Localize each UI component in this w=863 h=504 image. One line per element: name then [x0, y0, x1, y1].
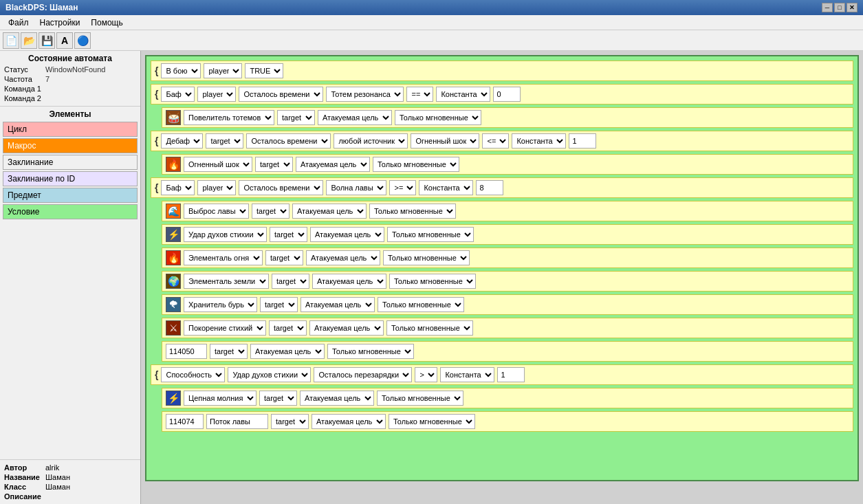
- element-cycle[interactable]: Цикл: [3, 122, 138, 137]
- block2-target[interactable]: target: [206, 133, 243, 149]
- toolbar-save[interactable]: 💾: [39, 32, 55, 49]
- storm-keeper-param1[interactable]: Атакуемая цель: [301, 297, 375, 312]
- block1-action-param2[interactable]: Только мгновенные: [395, 110, 481, 125]
- block4-chain-param1[interactable]: Атакуемая цель: [300, 391, 374, 406]
- id-action-114050-target[interactable]: target: [210, 344, 248, 359]
- menu-settings[interactable]: Настройки: [34, 17, 86, 29]
- block2-val-type[interactable]: Константа: [512, 133, 566, 149]
- block3-action-param2[interactable]: Только мгновенные: [369, 204, 456, 219]
- fire-elemental-action: 🔥 Элементаль огня target Атакуемая цель …: [162, 248, 853, 268]
- lava-flow-name[interactable]: [206, 414, 268, 429]
- block4-chain-target[interactable]: target: [259, 391, 297, 406]
- earth-elemental-spell[interactable]: Элементаль земли: [184, 274, 269, 289]
- block3-spell[interactable]: Волна лавы: [326, 180, 386, 195]
- block2-action-param1[interactable]: Атакуемая цель: [296, 157, 370, 172]
- conquest-target[interactable]: target: [269, 320, 307, 336]
- spirit-strike-spell[interactable]: Удар духов стихии: [184, 227, 267, 242]
- block4-val[interactable]: [497, 367, 525, 382]
- block1-action-param1[interactable]: Атакуемая цель: [318, 110, 392, 125]
- block3-target[interactable]: player: [197, 180, 236, 195]
- block3-param1[interactable]: Осталось времени: [239, 180, 323, 195]
- storm-keeper-param2[interactable]: Только мгновенные: [378, 297, 464, 312]
- id-action-114050-param2[interactable]: Только мгновенные: [327, 344, 414, 359]
- earth-elemental-param1[interactable]: Атакуемая цель: [312, 274, 386, 289]
- fire-shock-icon: 🔥: [166, 157, 181, 172]
- lava-flow-param2[interactable]: Только мгновенные: [389, 414, 475, 429]
- spirit-strike-param1[interactable]: Атакуемая цель: [310, 227, 384, 242]
- lava-flow-param1[interactable]: Атакуемая цель: [312, 414, 386, 429]
- toolbar-a[interactable]: A: [56, 32, 73, 49]
- block2-action-target[interactable]: target: [255, 157, 293, 172]
- close-button[interactable]: ✕: [846, 3, 857, 12]
- fire-elemental-param1[interactable]: Атакуемая цель: [306, 250, 380, 265]
- block1-param2[interactable]: Тотем резонанса: [326, 87, 404, 102]
- spirit-strike-param2[interactable]: Только мгновенные: [387, 227, 474, 242]
- block3-action-param1[interactable]: Атакуемая цель: [292, 204, 367, 219]
- block1-spell[interactable]: Повелитель тотемов: [184, 110, 274, 125]
- block4-op[interactable]: >: [415, 367, 437, 382]
- conquest-param1[interactable]: Атакуемая цель: [309, 320, 384, 336]
- block4-param1[interactable]: Осталось перезарядки: [314, 367, 412, 382]
- earth-elemental-param2[interactable]: Только мгновенные: [389, 274, 476, 289]
- element-item[interactable]: Предмет: [3, 188, 138, 203]
- status-label-freq: Частота: [4, 75, 45, 83]
- block2-param1[interactable]: Осталось времени: [246, 133, 331, 149]
- spirit-strike-action: ⚡ Удар духов стихии target Атакуемая цел…: [162, 224, 853, 245]
- block3-action-target[interactable]: target: [252, 204, 290, 219]
- block3-op[interactable]: >=: [389, 180, 416, 195]
- element-macro[interactable]: Макрос: [3, 138, 138, 153]
- block2-spell[interactable]: Огненный шок: [411, 133, 479, 149]
- element-spell-id[interactable]: Заклинание по ID: [3, 171, 138, 186]
- block1-param1[interactable]: Осталось времени: [239, 87, 323, 102]
- block3-type[interactable]: Баф: [161, 180, 195, 195]
- fire-elemental-param2[interactable]: Только мгновенные: [383, 250, 470, 265]
- block2-action-param2[interactable]: Только мгновенные: [373, 157, 459, 172]
- conquest-spell[interactable]: Покорение стихий: [184, 320, 266, 336]
- element-condition[interactable]: Условие: [3, 204, 138, 219]
- storm-keeper-target[interactable]: target: [260, 297, 298, 312]
- toolbar-run[interactable]: 🔵: [74, 32, 91, 49]
- block1-op[interactable]: ==: [406, 87, 433, 102]
- toolbar-open[interactable]: 📂: [21, 32, 37, 49]
- earth-elemental-target[interactable]: target: [272, 274, 309, 289]
- menu-help[interactable]: Помощь: [85, 17, 128, 29]
- spirit-strike-target[interactable]: target: [270, 227, 307, 242]
- block4-chain-param2[interactable]: Только мгновенные: [377, 391, 463, 406]
- block2-source[interactable]: любой источник: [334, 133, 408, 149]
- menu-file[interactable]: Файл: [3, 17, 34, 29]
- block1-type[interactable]: Баф: [161, 87, 195, 102]
- minimize-button[interactable]: ─: [822, 3, 833, 12]
- block1-val-type[interactable]: Константа: [436, 87, 490, 102]
- block2-type[interactable]: Дебаф: [161, 133, 203, 149]
- fire-elemental-spell[interactable]: Элементаль огня: [184, 250, 263, 265]
- block2-action-spell[interactable]: Огненный шок: [184, 157, 252, 172]
- lava-flow-target[interactable]: target: [271, 414, 309, 429]
- block4-spell[interactable]: Удар духов стихии: [228, 367, 311, 382]
- block3-action-spell[interactable]: Выброс лавы: [184, 204, 249, 219]
- top-condition-target[interactable]: player: [204, 63, 242, 78]
- block2-op[interactable]: <=: [482, 133, 509, 149]
- block1-val[interactable]: [493, 87, 521, 102]
- maximize-button[interactable]: □: [834, 3, 845, 12]
- name-label: Название: [4, 473, 45, 481]
- element-spell[interactable]: Заклинание: [3, 155, 138, 170]
- id-input-114074[interactable]: [166, 414, 204, 429]
- top-condition-type[interactable]: В бою: [161, 63, 201, 78]
- block4-bracket: {: [155, 369, 158, 380]
- block2-val[interactable]: [569, 133, 596, 149]
- block3-val[interactable]: [476, 180, 503, 195]
- block3-val-type[interactable]: Константа: [419, 180, 473, 195]
- toolbar-new[interactable]: 📄: [3, 32, 19, 49]
- conquest-param2[interactable]: Только мгновенные: [386, 320, 473, 336]
- top-condition-value[interactable]: TRUE: [245, 63, 283, 78]
- block4-val-type[interactable]: Константа: [440, 367, 494, 382]
- block4-chain-spell[interactable]: Цепная молния: [184, 391, 256, 406]
- fire-elemental-target[interactable]: target: [265, 250, 303, 265]
- id-input-114050[interactable]: [166, 344, 207, 359]
- block4-type[interactable]: Способность: [161, 367, 225, 382]
- spirit-strike-icon: ⚡: [166, 227, 181, 242]
- block1-action-target[interactable]: target: [277, 110, 315, 125]
- block1-target[interactable]: player: [197, 87, 236, 102]
- storm-keeper-spell[interactable]: Хранитель бурь: [184, 297, 257, 312]
- id-action-114050-param1[interactable]: Атакуемая цель: [250, 344, 325, 359]
